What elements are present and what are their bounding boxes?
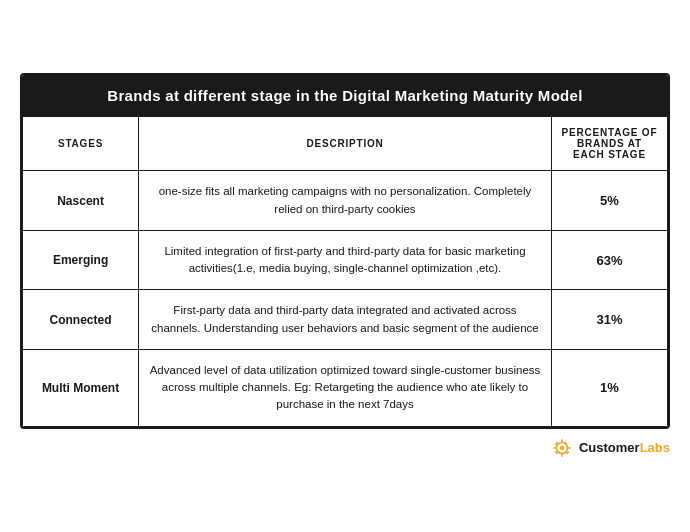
logo-area: CustomerLabs [20, 437, 670, 459]
description-cell: Limited integration of first-party and t… [139, 230, 552, 290]
header-stages: STAGES [23, 117, 139, 171]
main-table-wrapper: Brands at different stage in the Digital… [20, 73, 670, 428]
svg-rect-5 [567, 447, 570, 449]
description-cell: Advanced level of data utilization optim… [139, 349, 552, 426]
svg-rect-2 [561, 439, 563, 442]
stage-cell: Connected [23, 290, 139, 350]
stage-cell: Nascent [23, 171, 139, 231]
logo-text: CustomerLabs [579, 440, 670, 455]
header-description: DESCRIPTION [139, 117, 552, 171]
customerlabs-logo-icon [551, 437, 573, 459]
logo-highlight: Labs [640, 440, 670, 455]
table-row: ConnectedFirst-party data and third-part… [23, 290, 668, 350]
table-title: Brands at different stage in the Digital… [22, 75, 668, 116]
table-row: Nascentone-size fits all marketing campa… [23, 171, 668, 231]
svg-point-1 [560, 445, 564, 449]
stage-cell: Multi Moment [23, 349, 139, 426]
maturity-table: STAGES DESCRIPTION PERCENTAGE OF BRANDS … [22, 116, 668, 426]
percentage-cell: 5% [551, 171, 667, 231]
description-cell: one-size fits all marketing campaigns wi… [139, 171, 552, 231]
description-cell: First-party data and third-party data in… [139, 290, 552, 350]
svg-rect-4 [553, 447, 556, 449]
percentage-cell: 31% [551, 290, 667, 350]
percentage-cell: 1% [551, 349, 667, 426]
table-row: EmergingLimited integration of first-par… [23, 230, 668, 290]
header-percentage: PERCENTAGE OF BRANDS AT EACH STAGE [551, 117, 667, 171]
stage-cell: Emerging [23, 230, 139, 290]
table-row: Multi MomentAdvanced level of data utili… [23, 349, 668, 426]
svg-rect-3 [561, 453, 563, 456]
percentage-cell: 63% [551, 230, 667, 290]
